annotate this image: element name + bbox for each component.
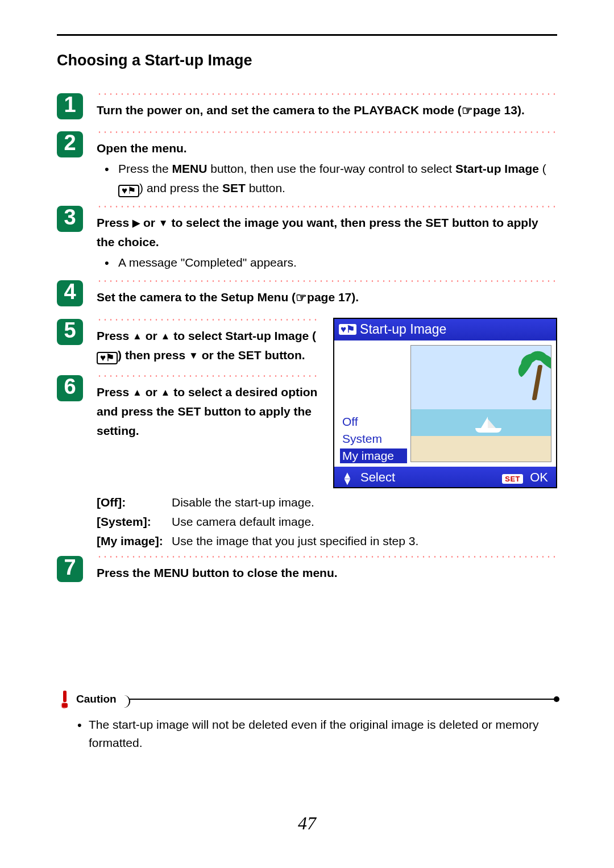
option-value: Disable the start-up image. (172, 493, 557, 512)
caution-label: Caution (76, 693, 117, 705)
step-number-badge: 3 (57, 206, 83, 232)
steps-list: 1 Turn the power on, and set the camera … (57, 93, 557, 583)
lcd-title-bar: ♥⚑ Start-up Image (334, 319, 556, 340)
step7-lead: Press the MENU button to close the menu. (97, 566, 338, 579)
step-4: 4 Set the camera to the Setup Menu (page… (57, 280, 557, 308)
dotted-divider (97, 375, 318, 377)
t: ) then press (118, 348, 189, 362)
step2-bullet: Press the MENU button, then use the four… (97, 159, 557, 198)
step-5: 5 Press ▲ or ▲ to select Start-up Image … (57, 319, 318, 365)
t: Press (97, 385, 132, 398)
pointer-icon (462, 103, 473, 117)
right-triangle-icon: ▶ (132, 215, 140, 231)
down-triangle-icon: ▼ (189, 348, 198, 364)
dotted-divider (97, 319, 318, 321)
caution-icon (57, 691, 72, 708)
lcd-footer-select: Select (360, 470, 395, 484)
lcd-option-list: Off System My image (334, 340, 410, 467)
option-key: [My image]: (97, 531, 172, 551)
t: Press the (118, 162, 172, 175)
t: or (142, 329, 161, 342)
dotted-divider (97, 131, 557, 133)
set-badge-icon: SET (502, 474, 523, 484)
dotted-divider (97, 93, 557, 95)
step-number-badge: 7 (57, 556, 83, 582)
heart-flag-icon: ♥⚑ (118, 185, 139, 197)
step-6: 6 Press ▲ or ▲ to select a desired optio… (57, 375, 318, 441)
t: page 17). (307, 290, 359, 304)
option-key: [Off]: (97, 493, 172, 512)
down-triangle-icon: ▼ (159, 215, 168, 231)
lcd-option-off: Off (340, 414, 407, 429)
menu-label: MENU (172, 162, 208, 175)
t: Press (97, 216, 132, 229)
set-label: SET (222, 181, 246, 194)
lcd-preview-image (410, 345, 551, 462)
lcd-footer: ▲▼ Select SET OK (334, 467, 556, 488)
lcd-option-myimage: My image (340, 448, 407, 463)
t: or the SET button. (198, 348, 305, 362)
step-number-badge: 5 (57, 319, 83, 345)
t: Press (97, 329, 132, 342)
step-7: 7 Press the MENU button to close the men… (57, 556, 557, 583)
lcd-title-text: Start-up Image (360, 322, 446, 337)
startup-label: Start-up Image (455, 162, 539, 175)
palm-tree-graphic (522, 349, 547, 400)
t: or (142, 385, 161, 398)
up-triangle-icon: ▲ (132, 385, 142, 401)
boat-graphic (475, 421, 501, 433)
step-6-options: [Off]: Disable the start-up image. [Syst… (57, 488, 557, 550)
up-triangle-icon: ▲ (132, 329, 142, 344)
t: or (140, 216, 159, 229)
step1-text-a: Turn the power on, and set the camera to… (97, 103, 462, 117)
heart-flag-icon: ♥⚑ (339, 324, 356, 335)
section-title: Choosing a Start-up Image (57, 52, 557, 69)
option-value: Use the image that you just specified in… (172, 531, 557, 551)
up-triangle-icon: ▲ (161, 329, 171, 344)
option-row: [My image]: Use the image that you just … (97, 531, 557, 551)
t: to select Start-up Image ( (170, 329, 316, 342)
caution-rule (129, 699, 557, 700)
page-number: 47 (0, 813, 614, 834)
step-2: 2 Open the menu. Press the MENU button, … (57, 131, 557, 198)
step-number-badge: 1 (57, 93, 83, 119)
t: ) and press the (139, 181, 222, 194)
step-number-badge: 6 (57, 375, 83, 401)
updown-arrows-icon: ▲▼ (342, 472, 352, 485)
caution-text: The start-up image will not be deleted e… (57, 716, 557, 751)
lcd-option-system: System (340, 431, 407, 446)
dotted-divider (97, 206, 557, 207)
step3-bullet: A message "Completed" appears. (97, 253, 557, 272)
t: ( (539, 162, 546, 175)
dotted-divider (97, 280, 557, 282)
heart-flag-icon: ♥⚑ (97, 352, 118, 364)
t: button. (246, 181, 285, 194)
camera-lcd-screenshot: ♥⚑ Start-up Image Off System My image (333, 318, 557, 488)
t: Set the camera to the Setup Menu ( (97, 290, 296, 304)
option-value: Use camera default image. (172, 512, 557, 531)
dotted-divider (97, 556, 557, 558)
step-3: 3 Press ▶ or ▼ to select the image you w… (57, 206, 557, 272)
option-row: [Off]: Disable the start-up image. (97, 493, 557, 512)
step2-lead: Open the menu. (97, 139, 557, 158)
lcd-footer-ok: OK (530, 470, 548, 484)
step-number-badge: 2 (57, 131, 83, 157)
caution-block: Caution The start-up image will not be d… (57, 691, 557, 751)
option-key: [System]: (97, 512, 172, 531)
option-row: [System]: Use camera default image. (97, 512, 557, 531)
up-triangle-icon: ▲ (161, 385, 171, 401)
step-number-badge: 4 (57, 280, 83, 306)
t: button, then use the four-way control to… (207, 162, 455, 175)
step1-text-b: page 13). (473, 103, 525, 117)
pointer-icon (296, 290, 307, 304)
caution-rule-curve (120, 695, 130, 708)
step-1: 1 Turn the power on, and set the camera … (57, 93, 557, 121)
